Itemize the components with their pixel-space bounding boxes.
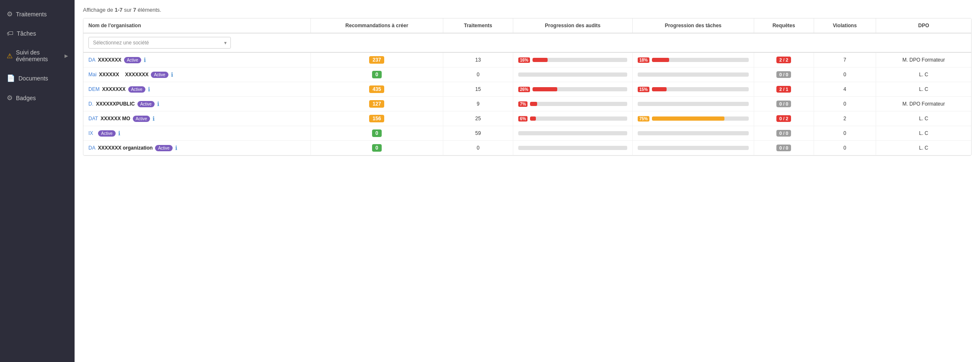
requetes-cell: 0 / 0	[754, 67, 814, 82]
tache-progress-label: 18%	[638, 57, 649, 63]
tache-progress-bar	[652, 58, 749, 62]
org-name-cell: IX Activeℹ	[83, 126, 310, 141]
tache-progress-cell	[632, 97, 754, 111]
table-row: IX Activeℹ0590 / 00L. C	[83, 126, 971, 141]
info-icon[interactable]: ℹ	[171, 71, 173, 78]
filter-cell: Sélectionnez une société ▼	[83, 33, 971, 52]
org-name-cell: DA XXXXXXXActiveℹ	[83, 52, 310, 67]
requetes-badge: 0 / 0	[776, 101, 791, 107]
info-icon[interactable]: ℹ	[153, 115, 155, 122]
organizations-table-container: Nom de l'organisation Recommandations à …	[83, 18, 972, 156]
sidebar-item-traitements[interactable]: ⚙ Traitements	[0, 4, 75, 24]
audit-progress-label: 16%	[518, 57, 530, 63]
gear-icon: ⚙	[7, 10, 13, 18]
violations-cell: 2	[814, 111, 876, 126]
tache-progress-label: 75%	[638, 116, 649, 122]
violations-cell: 0	[814, 141, 876, 155]
requetes-cell: 0 / 0	[754, 141, 814, 155]
org-name-cell: DA XXXXXXX organizationActiveℹ	[83, 141, 310, 155]
tache-progress-bar	[638, 146, 749, 150]
rec-cell: 0	[310, 126, 443, 141]
audit-progress-label: 26%	[518, 87, 530, 92]
org-name-bold: XXXXXXX organization	[98, 145, 153, 151]
col-requetes: Requêtes	[754, 18, 814, 33]
violations-cell: 4	[814, 82, 876, 97]
info-icon[interactable]: ℹ	[144, 57, 146, 63]
org-name-cell: Mai XXXXXXXXXXXXXActiveℹ	[83, 67, 310, 82]
org-select[interactable]: Sélectionnez une société	[88, 37, 231, 49]
sidebar-item-documents[interactable]: 📄 Documents	[0, 68, 75, 88]
audit-progress-bar	[533, 58, 627, 62]
rec-cell: 0	[310, 67, 443, 82]
dpo-cell: M. DPO Formateur	[876, 52, 971, 67]
tache-progress-bar	[638, 131, 749, 135]
organizations-table: Nom de l'organisation Recommandations à …	[83, 18, 971, 155]
org-name-link[interactable]: DA	[88, 57, 96, 63]
audit-progress-bar	[518, 146, 627, 150]
violations-cell: 0	[814, 67, 876, 82]
requetes-cell: 0 / 0	[754, 97, 814, 111]
rec-cell: 156	[310, 111, 443, 126]
info-icon[interactable]: ℹ	[175, 145, 177, 151]
violations-cell: 7	[814, 52, 876, 67]
traitements-cell: 25	[443, 111, 513, 126]
sidebar-item-taches[interactable]: 🏷 Tâches	[0, 24, 75, 43]
dpo-cell: L. C	[876, 82, 971, 97]
col-traitements: Traitements	[443, 18, 513, 33]
col-taches: Progression des tâches	[632, 18, 754, 33]
org-name-cell: DEM XXXXXXXActiveℹ	[83, 82, 310, 97]
rec-badge: 0	[372, 129, 382, 137]
sidebar-item-label: Tâches	[17, 30, 36, 37]
org-name-link[interactable]: DA	[88, 145, 96, 151]
tache-progress-cell	[632, 126, 754, 141]
traitements-cell: 59	[443, 126, 513, 141]
affichage-info: Affichage de 1-7 sur 7 éléments.	[83, 7, 972, 13]
requetes-cell: 2 / 2	[754, 52, 814, 67]
info-icon[interactable]: ℹ	[118, 130, 120, 137]
chevron-right-icon: ▶	[65, 53, 68, 59]
requetes-badge: 2 / 2	[776, 57, 791, 63]
traitements-cell: 13	[443, 52, 513, 67]
rec-badge: 435	[369, 85, 384, 93]
org-name-link[interactable]: Mai	[88, 72, 96, 78]
traitements-cell: 0	[443, 141, 513, 155]
badge-gear-icon: ⚙	[7, 94, 13, 102]
audit-progress-cell: 26%	[513, 82, 632, 97]
rec-cell: 237	[310, 52, 443, 67]
audit-progress-bar	[533, 87, 627, 91]
sidebar-item-badges[interactable]: ⚙ Badges	[0, 88, 75, 108]
rec-badge: 0	[372, 71, 382, 78]
tache-progress-bar	[638, 102, 749, 106]
rec-cell: 127	[310, 97, 443, 111]
requetes-cell: 0 / 0	[754, 126, 814, 141]
table-row: DEM XXXXXXXActiveℹ4351526%15%2 / 14L. C	[83, 82, 971, 97]
table-row: DA XXXXXXXActiveℹ2371316%18%2 / 27M. DPO…	[83, 52, 971, 67]
org-name-link[interactable]: IX	[88, 130, 93, 136]
rec-badge: 127	[369, 100, 384, 108]
org-name-link[interactable]: D.	[88, 101, 93, 107]
org-name-link[interactable]: DAT	[88, 116, 98, 122]
sidebar-item-suivi[interactable]: ⚠ Suivi des événements ▶	[0, 43, 75, 68]
col-org: Nom de l'organisation	[83, 18, 310, 33]
sidebar-item-label: Badges	[16, 95, 36, 101]
traitements-cell: 0	[443, 67, 513, 82]
audit-progress-bar	[530, 102, 627, 106]
main-content: Affichage de 1-7 sur 7 éléments. Nom de …	[75, 0, 980, 362]
rec-cell: 435	[310, 82, 443, 97]
audit-progress-cell: 7%	[513, 97, 632, 111]
audit-progress-cell	[513, 67, 632, 82]
active-badge: Active	[98, 130, 115, 137]
org-name-bold: XXXXXX	[99, 72, 119, 78]
tache-progress-bar	[638, 72, 749, 77]
tache-progress-cell	[632, 141, 754, 155]
sidebar-item-label: Suivi des événements	[16, 49, 65, 62]
info-icon[interactable]: ℹ	[148, 86, 150, 93]
org-name-bold: XXXXXXX	[102, 86, 126, 92]
org-name-bold: XXXXXXPUBLIC	[96, 101, 135, 107]
active-badge: Active	[133, 116, 150, 122]
info-icon[interactable]: ℹ	[157, 101, 159, 107]
violations-cell: 0	[814, 126, 876, 141]
active-badge: Active	[137, 101, 155, 107]
org-name-link[interactable]: DEM	[88, 86, 100, 92]
tag-icon: 🏷	[7, 30, 13, 37]
